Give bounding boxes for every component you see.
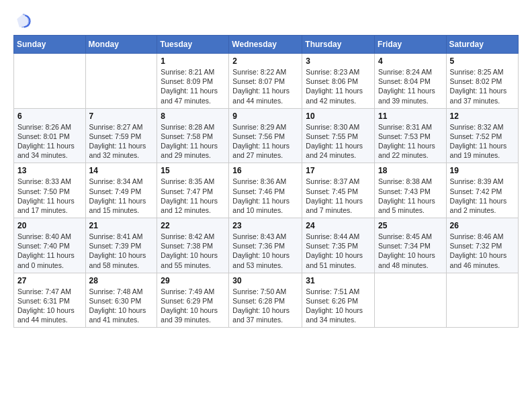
day-number: 28 bbox=[89, 276, 154, 285]
day-info: Sunrise: 7:49 AM Sunset: 6:29 PM Dayligh… bbox=[161, 287, 225, 325]
logo bbox=[13, 11, 35, 30]
calendar-cell: 11Sunrise: 8:31 AM Sunset: 7:53 PM Dayli… bbox=[375, 108, 447, 163]
calendar-cell: 23Sunrise: 8:43 AM Sunset: 7:36 PM Dayli… bbox=[229, 218, 302, 273]
calendar-cell bbox=[375, 273, 447, 328]
day-info: Sunrise: 8:29 AM Sunset: 7:56 PM Dayligh… bbox=[232, 122, 298, 161]
calendar-cell: 15Sunrise: 8:35 AM Sunset: 7:47 PM Dayli… bbox=[157, 163, 229, 218]
day-info: Sunrise: 7:51 AM Sunset: 6:26 PM Dayligh… bbox=[306, 287, 371, 325]
calendar-cell: 27Sunrise: 7:47 AM Sunset: 6:31 PM Dayli… bbox=[14, 273, 86, 328]
calendar-cell: 7Sunrise: 8:27 AM Sunset: 7:59 PM Daylig… bbox=[85, 108, 157, 163]
day-number: 30 bbox=[232, 276, 298, 285]
day-info: Sunrise: 8:34 AM Sunset: 7:49 PM Dayligh… bbox=[89, 177, 154, 215]
calendar-cell: 19Sunrise: 8:39 AM Sunset: 7:42 PM Dayli… bbox=[446, 163, 518, 218]
calendar-cell: 12Sunrise: 8:32 AM Sunset: 7:52 PM Dayli… bbox=[446, 108, 518, 163]
calendar-cell: 2Sunrise: 8:22 AM Sunset: 8:07 PM Daylig… bbox=[229, 54, 302, 109]
calendar-cell bbox=[14, 54, 86, 109]
day-number: 5 bbox=[450, 56, 515, 66]
calendar-cell: 24Sunrise: 8:44 AM Sunset: 7:35 PM Dayli… bbox=[302, 218, 375, 273]
logo-icon bbox=[13, 11, 32, 30]
day-number: 22 bbox=[161, 221, 225, 230]
calendar-cell: 25Sunrise: 8:45 AM Sunset: 7:34 PM Dayli… bbox=[375, 218, 447, 273]
day-number: 19 bbox=[450, 166, 515, 175]
header-day-saturday: Saturday bbox=[446, 36, 518, 54]
header-day-sunday: Sunday bbox=[14, 36, 86, 54]
day-number: 17 bbox=[306, 166, 371, 175]
day-info: Sunrise: 8:40 AM Sunset: 7:40 PM Dayligh… bbox=[17, 232, 82, 270]
day-info: Sunrise: 8:35 AM Sunset: 7:47 PM Dayligh… bbox=[161, 177, 225, 215]
calendar-cell: 4Sunrise: 8:24 AM Sunset: 8:04 PM Daylig… bbox=[375, 54, 447, 109]
day-info: Sunrise: 8:22 AM Sunset: 8:07 PM Dayligh… bbox=[232, 67, 298, 105]
calendar-cell: 21Sunrise: 8:41 AM Sunset: 7:39 PM Dayli… bbox=[85, 218, 157, 273]
calendar-cell: 16Sunrise: 8:36 AM Sunset: 7:46 PM Dayli… bbox=[229, 163, 302, 218]
day-number: 26 bbox=[450, 221, 515, 230]
day-info: Sunrise: 8:33 AM Sunset: 7:50 PM Dayligh… bbox=[17, 177, 82, 215]
calendar-cell: 30Sunrise: 7:50 AM Sunset: 6:28 PM Dayli… bbox=[229, 273, 302, 328]
day-number: 7 bbox=[89, 111, 154, 121]
calendar-cell: 6Sunrise: 8:26 AM Sunset: 8:01 PM Daylig… bbox=[14, 108, 86, 163]
day-number: 3 bbox=[306, 56, 371, 66]
day-info: Sunrise: 8:41 AM Sunset: 7:39 PM Dayligh… bbox=[89, 232, 154, 270]
calendar-cell: 14Sunrise: 8:34 AM Sunset: 7:49 PM Dayli… bbox=[85, 163, 157, 218]
day-number: 23 bbox=[232, 221, 298, 230]
day-info: Sunrise: 8:39 AM Sunset: 7:42 PM Dayligh… bbox=[450, 177, 515, 215]
day-number: 25 bbox=[378, 221, 443, 230]
calendar-cell: 31Sunrise: 7:51 AM Sunset: 6:26 PM Dayli… bbox=[302, 273, 375, 328]
day-number: 16 bbox=[232, 166, 298, 175]
day-number: 12 bbox=[450, 111, 515, 121]
day-number: 1 bbox=[161, 56, 225, 66]
day-number: 6 bbox=[17, 111, 82, 121]
day-info: Sunrise: 8:21 AM Sunset: 8:09 PM Dayligh… bbox=[161, 67, 225, 105]
day-info: Sunrise: 7:48 AM Sunset: 6:30 PM Dayligh… bbox=[89, 287, 154, 325]
calendar-week-row: 13Sunrise: 8:33 AM Sunset: 7:50 PM Dayli… bbox=[14, 163, 519, 218]
day-info: Sunrise: 8:45 AM Sunset: 7:34 PM Dayligh… bbox=[378, 232, 443, 270]
header-day-monday: Monday bbox=[85, 36, 157, 54]
calendar-cell: 22Sunrise: 8:42 AM Sunset: 7:38 PM Dayli… bbox=[157, 218, 229, 273]
day-info: Sunrise: 7:50 AM Sunset: 6:28 PM Dayligh… bbox=[232, 287, 298, 325]
calendar-cell: 29Sunrise: 7:49 AM Sunset: 6:29 PM Dayli… bbox=[157, 273, 229, 328]
day-info: Sunrise: 8:38 AM Sunset: 7:43 PM Dayligh… bbox=[378, 177, 443, 215]
calendar-cell: 28Sunrise: 7:48 AM Sunset: 6:30 PM Dayli… bbox=[85, 273, 157, 328]
day-info: Sunrise: 8:37 AM Sunset: 7:45 PM Dayligh… bbox=[306, 177, 371, 215]
day-info: Sunrise: 8:31 AM Sunset: 7:53 PM Dayligh… bbox=[378, 122, 443, 161]
day-number: 21 bbox=[89, 221, 154, 230]
calendar-cell: 1Sunrise: 8:21 AM Sunset: 8:09 PM Daylig… bbox=[157, 54, 229, 109]
header-day-friday: Friday bbox=[375, 36, 447, 54]
day-number: 24 bbox=[306, 221, 371, 230]
calendar-cell: 3Sunrise: 8:23 AM Sunset: 8:06 PM Daylig… bbox=[302, 54, 375, 109]
day-number: 18 bbox=[378, 166, 443, 175]
day-number: 29 bbox=[161, 276, 225, 285]
day-info: Sunrise: 8:28 AM Sunset: 7:58 PM Dayligh… bbox=[161, 122, 225, 161]
day-number: 9 bbox=[232, 111, 298, 121]
calendar-table: SundayMondayTuesdayWednesdayThursdayFrid… bbox=[13, 35, 519, 328]
day-number: 20 bbox=[17, 221, 82, 230]
day-info: Sunrise: 7:47 AM Sunset: 6:31 PM Dayligh… bbox=[17, 287, 82, 325]
calendar-cell: 17Sunrise: 8:37 AM Sunset: 7:45 PM Dayli… bbox=[302, 163, 375, 218]
calendar-cell: 20Sunrise: 8:40 AM Sunset: 7:40 PM Dayli… bbox=[14, 218, 86, 273]
day-info: Sunrise: 8:30 AM Sunset: 7:55 PM Dayligh… bbox=[306, 122, 371, 161]
day-number: 4 bbox=[378, 56, 443, 66]
day-info: Sunrise: 8:46 AM Sunset: 7:32 PM Dayligh… bbox=[450, 232, 515, 270]
day-info: Sunrise: 8:25 AM Sunset: 8:02 PM Dayligh… bbox=[450, 67, 515, 105]
calendar-week-row: 27Sunrise: 7:47 AM Sunset: 6:31 PM Dayli… bbox=[14, 273, 519, 328]
header-day-tuesday: Tuesday bbox=[157, 36, 229, 54]
day-number: 31 bbox=[306, 276, 371, 285]
calendar-header-row: SundayMondayTuesdayWednesdayThursdayFrid… bbox=[14, 36, 519, 54]
calendar-cell: 8Sunrise: 8:28 AM Sunset: 7:58 PM Daylig… bbox=[157, 108, 229, 163]
day-info: Sunrise: 8:27 AM Sunset: 7:59 PM Dayligh… bbox=[89, 122, 154, 161]
calendar-cell: 13Sunrise: 8:33 AM Sunset: 7:50 PM Dayli… bbox=[14, 163, 86, 218]
day-number: 15 bbox=[161, 166, 225, 175]
day-info: Sunrise: 8:24 AM Sunset: 8:04 PM Dayligh… bbox=[378, 67, 443, 105]
day-number: 27 bbox=[17, 276, 82, 285]
day-info: Sunrise: 8:36 AM Sunset: 7:46 PM Dayligh… bbox=[232, 177, 298, 215]
calendar-cell: 5Sunrise: 8:25 AM Sunset: 8:02 PM Daylig… bbox=[446, 54, 518, 109]
calendar-cell: 18Sunrise: 8:38 AM Sunset: 7:43 PM Dayli… bbox=[375, 163, 447, 218]
day-info: Sunrise: 8:43 AM Sunset: 7:36 PM Dayligh… bbox=[232, 232, 298, 270]
calendar-week-row: 6Sunrise: 8:26 AM Sunset: 8:01 PM Daylig… bbox=[14, 108, 519, 163]
header-day-wednesday: Wednesday bbox=[229, 36, 302, 54]
day-info: Sunrise: 8:23 AM Sunset: 8:06 PM Dayligh… bbox=[306, 67, 371, 105]
page-header bbox=[13, 11, 519, 30]
day-number: 13 bbox=[17, 166, 82, 175]
day-info: Sunrise: 8:26 AM Sunset: 8:01 PM Dayligh… bbox=[17, 122, 82, 161]
day-number: 2 bbox=[232, 56, 298, 66]
day-number: 10 bbox=[306, 111, 371, 121]
